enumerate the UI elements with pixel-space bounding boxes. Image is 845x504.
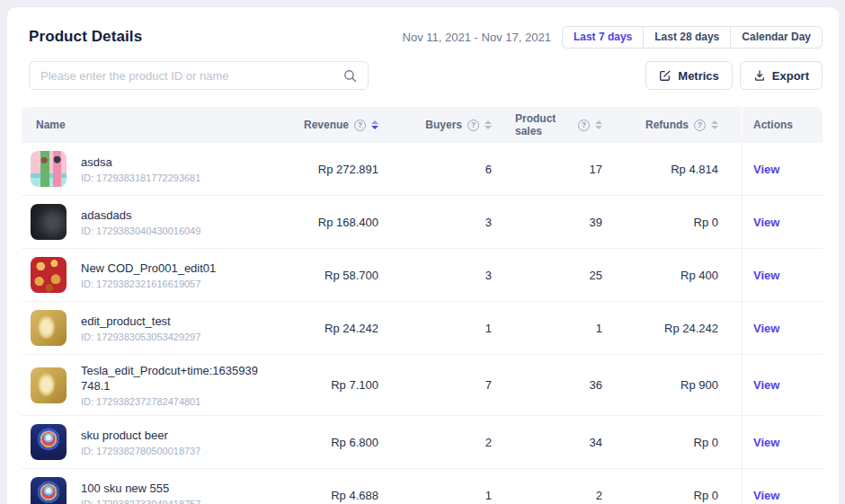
sales-cell: 25 — [515, 269, 626, 282]
header-right: Nov 11, 2021 - Nov 17, 2021 Last 7 days … — [403, 26, 823, 49]
name-lines: New COD_Pro001_edit01 ID: 17293823216166… — [81, 261, 216, 289]
buyers-info-icon[interactable]: ? — [467, 119, 479, 131]
column-header-refunds[interactable]: Refunds ? — [626, 119, 742, 131]
search-box[interactable] — [29, 61, 369, 90]
revenue-cell: Rp 272.891 — [271, 163, 402, 176]
actions-cell: View — [742, 355, 823, 415]
product-name: edit_product_test — [81, 314, 200, 329]
product-sales-info-icon[interactable]: ? — [578, 119, 590, 131]
revenue-cell: Rp 58.700 — [271, 269, 402, 282]
name-cell: 100 sku new 555 ID: 1729382733049418757 — [22, 469, 271, 504]
blue-ornament-thumbnail — [31, 477, 67, 504]
table-row: 100 sku new 555 ID: 1729382733049418757 … — [22, 469, 823, 504]
product-name: asdsa — [81, 155, 200, 170]
table-header-row: Name Revenue ? Buyers ? Product sales ? … — [22, 107, 823, 143]
toolbar: Metrics Export — [22, 61, 823, 90]
actions-cell: View — [742, 416, 823, 468]
view-link[interactable]: View — [753, 489, 779, 502]
revenue-cell: Rp 168.400 — [271, 216, 402, 229]
sales-cell: 36 — [515, 378, 626, 392]
name-lines: sku product beer ID: 1729382780500018737 — [81, 428, 200, 456]
product-id: ID: 1729383053053429297 — [81, 332, 200, 342]
table-row: asdsa ID: 1729383181772293681 Rp 272.891… — [22, 143, 823, 196]
people-illustration-thumbnail — [31, 151, 67, 187]
metrics-button[interactable]: Metrics — [645, 61, 733, 90]
blue-ornament-thumbnail — [31, 424, 67, 460]
table-body: asdsa ID: 1729383181772293681 Rp 272.891… — [22, 143, 823, 504]
column-label: Actions — [753, 119, 793, 131]
product-sales-sort-icon[interactable] — [595, 120, 602, 129]
product-details-card: Product Details Nov 11, 2021 - Nov 17, 2… — [7, 7, 839, 504]
calendar-day-button[interactable]: Calendar Day — [730, 26, 823, 49]
page-header: Product Details Nov 11, 2021 - Nov 17, 2… — [22, 25, 823, 49]
refunds-cell: Rp 400 — [626, 269, 742, 282]
export-button[interactable]: Export — [740, 61, 823, 90]
product-name: sku product beer — [81, 428, 200, 443]
buyers-cell: 6 — [402, 163, 515, 176]
actions-cell: View — [742, 469, 823, 504]
buyers-cell: 3 — [402, 269, 515, 282]
buyers-cell: 2 — [402, 436, 515, 449]
sales-cell: 34 — [515, 436, 626, 449]
buyers-cell: 1 — [402, 489, 515, 502]
column-header-product-sales[interactable]: Product sales ? — [515, 112, 626, 137]
sales-cell: 39 — [515, 216, 626, 229]
revenue-cell: Rp 4.688 — [271, 489, 402, 502]
product-id: ID: 1729382321616619057 — [81, 279, 216, 289]
column-header-name: Name — [22, 119, 271, 131]
revenue-cell: Rp 6.800 — [271, 436, 402, 449]
view-link[interactable]: View — [753, 436, 779, 449]
view-link[interactable]: View — [753, 216, 779, 229]
name-lines: Tesla_edit_Prodcut+time:1635939748.1 ID:… — [81, 363, 262, 407]
buyers-cell: 7 — [402, 378, 515, 392]
actions-cell: View — [742, 249, 823, 301]
column-header-revenue[interactable]: Revenue ? — [271, 119, 402, 131]
view-link[interactable]: View — [753, 322, 779, 335]
toolbar-right: Metrics Export — [645, 61, 823, 90]
view-link[interactable]: View — [753, 378, 779, 392]
actions-cell: View — [742, 143, 823, 195]
refunds-sort-icon[interactable] — [711, 120, 718, 129]
view-link[interactable]: View — [753, 269, 779, 282]
refunds-cell: Rp 0 — [626, 489, 742, 502]
table-row: edit_product_test ID: 172938305305342929… — [22, 302, 823, 355]
name-lines: edit_product_test ID: 172938305305342929… — [81, 314, 200, 342]
revenue-info-icon[interactable]: ? — [354, 119, 366, 131]
name-cell: New COD_Pro001_edit01 ID: 17293823216166… — [22, 249, 271, 301]
product-id: ID: 1729382733049418757 — [81, 499, 200, 504]
name-cell: edit_product_test ID: 172938305305342929… — [22, 302, 271, 354]
red-coins-thumbnail — [31, 257, 67, 293]
refunds-cell: Rp 0 — [626, 436, 742, 449]
name-cell: Tesla_edit_Prodcut+time:1635939748.1 ID:… — [22, 355, 271, 415]
revenue-cell: Rp 7.100 — [271, 378, 402, 392]
name-lines: asdsa ID: 1729383181772293681 — [81, 155, 200, 183]
column-header-buyers[interactable]: Buyers ? — [402, 119, 515, 131]
name-cell: sku product beer ID: 1729382780500018737 — [22, 416, 271, 468]
metrics-button-label: Metrics — [678, 69, 719, 83]
refunds-info-icon[interactable]: ? — [694, 119, 706, 131]
column-header-actions: Actions — [742, 107, 823, 143]
name-cell: asdsa ID: 1729383181772293681 — [22, 143, 271, 195]
actions-cell: View — [742, 302, 823, 354]
column-label: Refunds — [645, 119, 689, 131]
search-input[interactable] — [30, 62, 368, 89]
actions-cell: View — [742, 196, 823, 248]
buyers-sort-icon[interactable] — [485, 120, 492, 129]
gold-watch-thumbnail — [31, 367, 67, 403]
products-table: Name Revenue ? Buyers ? Product sales ? … — [22, 107, 823, 504]
date-range-label: Nov 11, 2021 - Nov 17, 2021 — [403, 31, 551, 44]
last-28-days-button[interactable]: Last 28 days — [643, 26, 731, 49]
name-lines: adasdads ID: 1729383040430016049 — [81, 208, 200, 236]
table-row: Tesla_edit_Prodcut+time:1635939748.1 ID:… — [22, 355, 823, 416]
black-device-thumbnail — [31, 204, 67, 240]
download-icon — [753, 69, 766, 82]
sales-cell: 1 — [515, 322, 626, 335]
search-icon[interactable] — [343, 69, 357, 83]
revenue-sort-icon[interactable] — [371, 120, 378, 129]
refunds-cell: Rp 0 — [626, 216, 742, 229]
export-button-label: Export — [772, 69, 809, 83]
gold-watch-thumbnail — [31, 310, 67, 346]
refunds-cell: Rp 4.814 — [626, 163, 742, 176]
view-link[interactable]: View — [753, 163, 779, 176]
last-7-days-button[interactable]: Last 7 days — [562, 26, 644, 49]
